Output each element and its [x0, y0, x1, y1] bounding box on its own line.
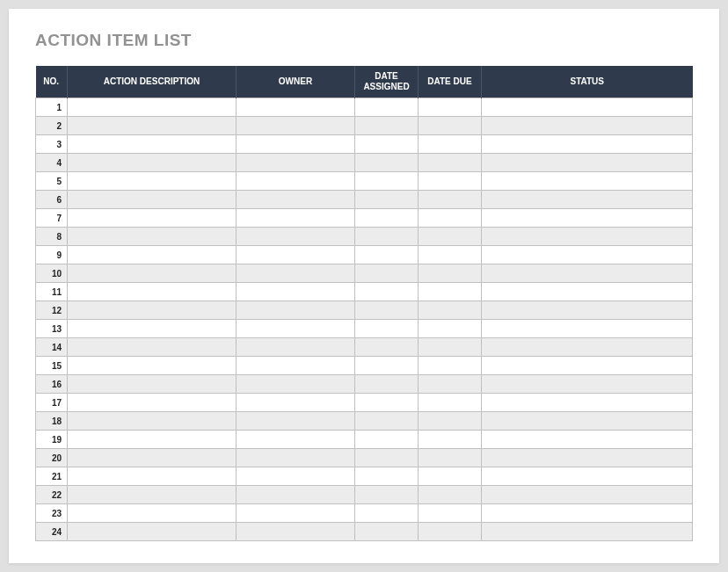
- cell-date-due: [419, 357, 482, 375]
- cell-description: [68, 154, 237, 172]
- cell-owner: [237, 375, 355, 394]
- cell-date-assigned: [355, 283, 419, 301]
- table-row: 5: [36, 172, 693, 191]
- table-row: 10: [36, 264, 693, 283]
- cell-date-due: [419, 98, 482, 117]
- document-page: ACTION ITEM LIST NO. ACTION DESCRIPTION …: [9, 9, 719, 563]
- cell-date-due: [419, 467, 482, 486]
- cell-description: [68, 191, 237, 209]
- table-header-row: NO. ACTION DESCRIPTION OWNER DATE ASSIGN…: [36, 66, 693, 98]
- cell-owner: [237, 504, 355, 523]
- cell-no: 18: [36, 412, 68, 431]
- cell-description: [68, 394, 237, 412]
- cell-date-assigned: [355, 504, 419, 523]
- cell-description: [68, 504, 237, 523]
- cell-status: [482, 117, 693, 135]
- table-row: 23: [36, 504, 693, 523]
- cell-no: 19: [36, 431, 68, 449]
- cell-description: [68, 431, 237, 449]
- cell-owner: [237, 172, 355, 191]
- cell-no: 20: [36, 449, 68, 467]
- cell-date-assigned: [355, 191, 419, 209]
- cell-owner: [237, 209, 355, 228]
- cell-description: [68, 209, 237, 228]
- cell-description: [68, 172, 237, 191]
- cell-no: 11: [36, 283, 68, 301]
- table-row: 24: [36, 523, 693, 541]
- cell-date-assigned: [355, 246, 419, 264]
- cell-description: [68, 264, 237, 283]
- table-row: 8: [36, 228, 693, 246]
- cell-owner: [237, 264, 355, 283]
- cell-status: [482, 504, 693, 523]
- cell-date-assigned: [355, 449, 419, 467]
- cell-owner: [237, 154, 355, 172]
- table-row: 20: [36, 449, 693, 467]
- header-description: ACTION DESCRIPTION: [68, 66, 237, 98]
- cell-date-assigned: [355, 172, 419, 191]
- cell-no: 3: [36, 135, 68, 154]
- cell-date-due: [419, 394, 482, 412]
- cell-date-assigned: [355, 486, 419, 504]
- cell-no: 5: [36, 172, 68, 191]
- cell-owner: [237, 117, 355, 135]
- cell-no: 2: [36, 117, 68, 135]
- cell-description: [68, 338, 237, 357]
- table-row: 15: [36, 357, 693, 375]
- cell-status: [482, 246, 693, 264]
- cell-status: [482, 412, 693, 431]
- table-row: 3: [36, 135, 693, 154]
- cell-description: [68, 467, 237, 486]
- cell-description: [68, 449, 237, 467]
- header-owner: OWNER: [237, 66, 355, 98]
- cell-date-assigned: [355, 154, 419, 172]
- cell-date-assigned: [355, 264, 419, 283]
- cell-date-due: [419, 172, 482, 191]
- cell-date-due: [419, 412, 482, 431]
- cell-date-assigned: [355, 523, 419, 541]
- cell-date-assigned: [355, 135, 419, 154]
- cell-description: [68, 228, 237, 246]
- table-row: 18: [36, 412, 693, 431]
- header-date-due: DATE DUE: [419, 66, 482, 98]
- cell-status: [482, 523, 693, 541]
- cell-no: 9: [36, 246, 68, 264]
- cell-date-due: [419, 117, 482, 135]
- header-date-assigned: DATE ASSIGNED: [355, 66, 419, 98]
- cell-owner: [237, 228, 355, 246]
- table-row: 4: [36, 154, 693, 172]
- cell-status: [482, 154, 693, 172]
- table-row: 11: [36, 283, 693, 301]
- cell-status: [482, 394, 693, 412]
- cell-status: [482, 209, 693, 228]
- cell-date-assigned: [355, 394, 419, 412]
- cell-date-due: [419, 191, 482, 209]
- cell-status: [482, 135, 693, 154]
- cell-description: [68, 357, 237, 375]
- table-row: 22: [36, 486, 693, 504]
- cell-owner: [237, 320, 355, 338]
- cell-owner: [237, 431, 355, 449]
- cell-status: [482, 301, 693, 320]
- cell-status: [482, 467, 693, 486]
- cell-date-due: [419, 486, 482, 504]
- cell-no: 16: [36, 375, 68, 394]
- table-row: 12: [36, 301, 693, 320]
- cell-date-due: [419, 246, 482, 264]
- cell-status: [482, 172, 693, 191]
- table-row: 13: [36, 320, 693, 338]
- cell-no: 24: [36, 523, 68, 541]
- cell-owner: [237, 523, 355, 541]
- cell-status: [482, 375, 693, 394]
- cell-no: 12: [36, 301, 68, 320]
- cell-date-due: [419, 264, 482, 283]
- cell-date-due: [419, 431, 482, 449]
- cell-status: [482, 283, 693, 301]
- cell-description: [68, 301, 237, 320]
- header-no: NO.: [36, 66, 68, 98]
- cell-date-due: [419, 523, 482, 541]
- cell-status: [482, 264, 693, 283]
- cell-status: [482, 191, 693, 209]
- table-row: 16: [36, 375, 693, 394]
- cell-no: 8: [36, 228, 68, 246]
